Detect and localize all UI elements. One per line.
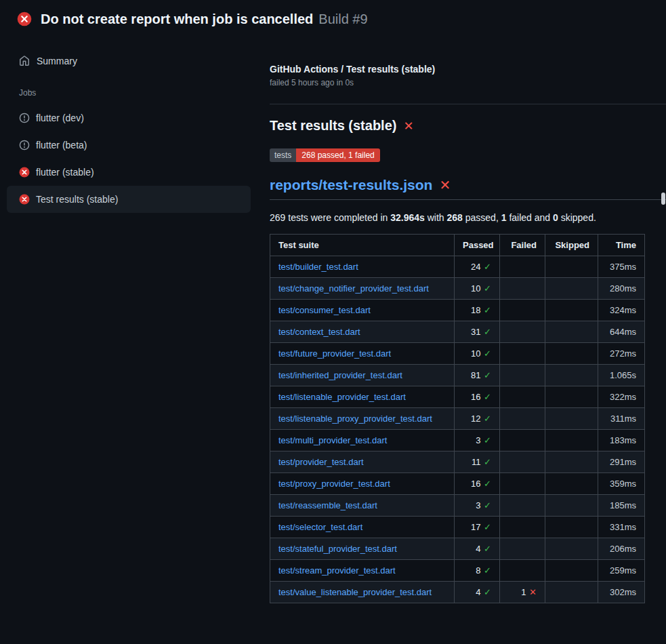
check-icon: ✓	[484, 283, 491, 294]
failed-cell	[500, 451, 545, 473]
time-cell: 272ms	[598, 343, 645, 365]
failed-cell	[500, 300, 545, 321]
suite-link[interactable]: test/change_notifier_provider_test.dart	[278, 283, 429, 294]
skipped-cell	[545, 517, 598, 538]
suite-link[interactable]: test/stream_provider_test.dart	[278, 565, 396, 576]
skipped-cell	[545, 495, 598, 517]
failed-cell	[500, 473, 545, 495]
failed-circle-icon	[19, 167, 30, 178]
check-icon: ✓	[484, 457, 491, 467]
skipped-cell	[545, 560, 598, 582]
failed-cell	[500, 517, 545, 538]
skipped-cell	[545, 451, 598, 473]
check-icon: ✓	[484, 500, 491, 510]
passed-cell: 4 ✓	[455, 582, 500, 603]
test-table-body: test/builder_test.dart24 ✓375mstest/chan…	[270, 256, 645, 603]
suite-link[interactable]: test/reassemble_test.dart	[278, 500, 377, 510]
check-icon: ✓	[484, 348, 491, 359]
suite-cell: test/future_provider_test.dart	[270, 343, 455, 365]
failed-cell	[500, 256, 545, 278]
check-title-row: Test results (stable) ✕	[270, 118, 666, 134]
table-row: test/selector_test.dart17 ✓331ms	[270, 517, 645, 538]
neutral-status-icon	[19, 140, 30, 150]
col-header-failed: Failed	[500, 235, 545, 256]
check-icon: ✓	[484, 587, 491, 597]
failed-cell	[500, 538, 545, 560]
passed-cell: 18 ✓	[455, 300, 500, 321]
table-row: test/future_provider_test.dart10 ✓272ms	[270, 343, 645, 365]
time-cell: 280ms	[598, 278, 645, 300]
skipped-cell	[545, 408, 598, 430]
suite-cell: test/selector_test.dart	[270, 517, 455, 538]
fail-x-icon: ✕	[439, 178, 451, 192]
scrollbar-thumb[interactable]	[661, 193, 665, 205]
suite-link[interactable]: test/builder_test.dart	[278, 262, 358, 272]
time-cell: 375ms	[598, 256, 645, 278]
header-divider	[270, 104, 666, 104]
suite-cell: test/stream_provider_test.dart	[270, 560, 455, 582]
skipped-cell	[545, 256, 598, 278]
passed-cell: 12 ✓	[455, 408, 500, 430]
suite-link[interactable]: test/value_listenable_provider_test.dart	[278, 587, 432, 597]
check-icon: ✓	[484, 565, 491, 576]
summary-sentence: 269 tests were completed in 32.964s with…	[270, 212, 666, 223]
failed-cell	[500, 408, 545, 430]
sidebar-item-flutter-dev[interactable]: flutter (dev)	[7, 104, 251, 132]
suite-link[interactable]: test/inherited_provider_test.dart	[278, 370, 402, 380]
check-icon: ✓	[484, 262, 491, 272]
suite-cell: test/proxy_provider_test.dart	[270, 473, 455, 495]
summary-text: with	[425, 212, 447, 223]
summary-duration: 32.964s	[390, 212, 425, 223]
failed-cell	[500, 430, 545, 451]
time-cell: 291ms	[598, 451, 645, 473]
suite-link[interactable]: test/consumer_test.dart	[278, 305, 371, 315]
suite-link[interactable]: test/context_test.dart	[278, 327, 360, 337]
suite-link[interactable]: test/proxy_provider_test.dart	[278, 479, 390, 489]
check-run-panel: GitHub Actions / Test results (stable) f…	[270, 38, 666, 603]
report-file-link[interactable]: reports/test-results.json	[270, 177, 432, 193]
neutral-status-icon	[19, 113, 30, 123]
sidebar-item-summary[interactable]: Summary	[0, 46, 257, 76]
skipped-cell	[545, 473, 598, 495]
time-cell: 311ms	[598, 408, 645, 430]
time-cell: 331ms	[598, 517, 645, 538]
sidebar-item-label: flutter (stable)	[36, 167, 94, 178]
time-cell: 183ms	[598, 430, 645, 451]
fail-x-icon: ✕	[403, 120, 413, 132]
sidebar-item-label: Test results (stable)	[36, 194, 118, 205]
table-row: test/context_test.dart31 ✓644ms	[270, 321, 645, 343]
passed-cell: 16 ✓	[455, 473, 500, 495]
time-cell: 322ms	[598, 386, 645, 408]
sidebar-summary-label: Summary	[37, 56, 77, 66]
check-icon: ✓	[484, 544, 491, 554]
run-meta: failed 5 hours ago in 0s	[270, 78, 666, 87]
suite-cell: test/listenable_provider_test.dart	[270, 386, 455, 408]
suite-cell: test/context_test.dart	[270, 321, 455, 343]
suite-link[interactable]: test/stateful_provider_test.dart	[278, 544, 397, 554]
suite-link[interactable]: test/multi_provider_test.dart	[278, 435, 387, 445]
suite-link[interactable]: test/selector_test.dart	[278, 522, 362, 532]
failed-cell	[500, 365, 545, 386]
sidebar-item-test-results-stable[interactable]: Test results (stable)	[7, 186, 251, 213]
sidebar-item-flutter-stable[interactable]: flutter (stable)	[7, 159, 251, 186]
suite-link[interactable]: test/future_provider_test.dart	[278, 348, 391, 359]
suite-cell: test/stateful_provider_test.dart	[270, 538, 455, 560]
suite-link[interactable]: test/listenable_proxy_provider_test.dart	[278, 414, 432, 424]
passed-cell: 4 ✓	[455, 538, 500, 560]
suite-cell: test/consumer_test.dart	[270, 300, 455, 321]
failed-cell	[500, 386, 545, 408]
suite-cell: test/provider_test.dart	[270, 451, 455, 473]
suite-link[interactable]: test/listenable_provider_test.dart	[278, 392, 406, 402]
sidebar-item-flutter-beta[interactable]: flutter (beta)	[7, 132, 251, 159]
table-row: test/value_listenable_provider_test.dart…	[270, 582, 645, 603]
skipped-cell	[545, 365, 598, 386]
sidebar-item-label: flutter (dev)	[36, 113, 84, 123]
table-row: test/provider_test.dart11 ✓291ms	[270, 451, 645, 473]
summary-passed-count: 268	[447, 212, 463, 223]
skipped-cell	[545, 386, 598, 408]
suite-link[interactable]: test/provider_test.dart	[278, 457, 364, 467]
passed-cell: 17 ✓	[455, 517, 500, 538]
table-row: test/stateful_provider_test.dart4 ✓206ms	[270, 538, 645, 560]
col-header-skipped: Skipped	[545, 235, 598, 256]
summary-text: 269 tests were completed in	[270, 212, 390, 223]
